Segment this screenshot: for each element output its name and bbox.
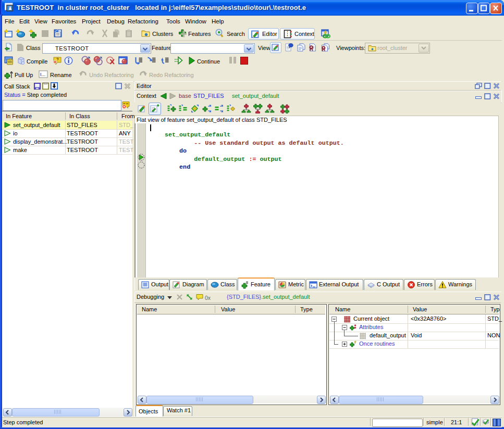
svg-text:I...: I... bbox=[40, 72, 45, 77]
